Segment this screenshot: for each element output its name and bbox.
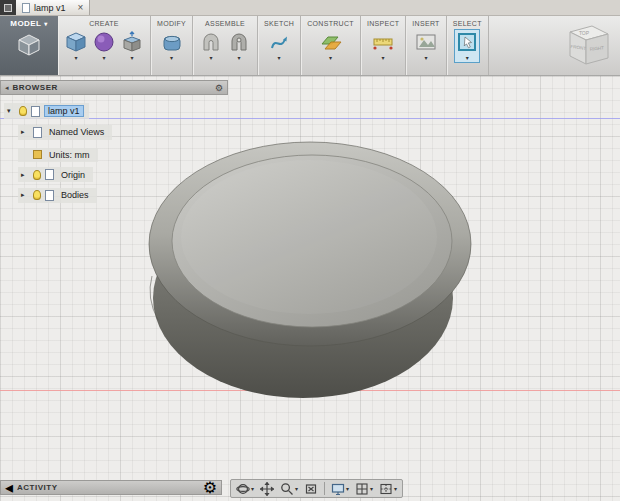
viewport-canvas[interactable]: ◂ BROWSER ⚙ ▾ lamp v1 ▸ xyxy=(0,76,620,501)
collapse-panel-icon[interactable]: ◂ xyxy=(5,478,13,497)
pan-icon[interactable] xyxy=(258,481,276,497)
view-cube[interactable]: TOP FRONT RIGHT xyxy=(554,18,616,80)
viewports-icon[interactable]: ▾ xyxy=(377,481,399,497)
chevron-down-icon: ▾ xyxy=(251,485,254,492)
chevron-down-icon: ▾ xyxy=(370,485,373,492)
units-icon xyxy=(33,150,42,159)
group-label: CONSTRUCT xyxy=(307,20,354,27)
chevron-down-icon: ▾ xyxy=(74,54,77,61)
toolbar-group-construct: CONSTRUCT ▾ xyxy=(301,16,361,75)
browser-item-label[interactable]: Named Views xyxy=(46,127,107,137)
activity-title: ACTIVITY xyxy=(17,483,199,492)
box-primitive-icon[interactable]: ▾ xyxy=(64,30,88,62)
tab-title: lamp v1 xyxy=(34,3,66,13)
zoom-icon[interactable]: ▾ xyxy=(278,481,300,497)
model-workspace-icon xyxy=(16,32,42,62)
orbit-icon[interactable]: ▾ xyxy=(234,481,256,497)
chevron-down-icon: ▾ xyxy=(382,54,385,61)
chevron-down-icon: ▾ xyxy=(102,54,105,61)
main-toolbar: MODEL ▾ CREATE xyxy=(0,16,620,76)
select-tool-icon[interactable]: ▾ xyxy=(455,30,479,62)
group-label: INSERT xyxy=(412,20,439,27)
display-settings-icon[interactable]: ▾ xyxy=(329,481,351,497)
logo-glyph xyxy=(4,4,12,12)
browser-item-label[interactable]: lamp v1 xyxy=(44,105,84,117)
component-icon xyxy=(31,106,40,117)
visibility-bulb-icon[interactable] xyxy=(33,190,41,200)
x-axis-line xyxy=(0,390,620,391)
browser-item-root[interactable]: ▾ lamp v1 xyxy=(4,103,89,119)
toolbar-group-sketch: SKETCH ▾ xyxy=(258,16,301,75)
browser-item-label[interactable]: Bodies xyxy=(58,190,92,200)
chevron-down-icon: ▾ xyxy=(394,485,397,492)
browser-panel: ◂ BROWSER ⚙ ▾ lamp v1 ▸ xyxy=(0,80,228,204)
browser-item-label[interactable]: Origin xyxy=(58,170,88,180)
group-label: SELECT xyxy=(453,20,482,27)
viewcube-top-label[interactable]: TOP xyxy=(579,30,590,36)
group-label: INSPECT xyxy=(367,20,399,27)
expand-arrow-icon[interactable]: ▸ xyxy=(21,128,29,136)
browser-item-named-views[interactable]: ▸ Named Views xyxy=(18,125,112,140)
activity-panel[interactable]: ◂ ACTIVITY ⚙ xyxy=(0,480,222,495)
chevron-down-icon: ▾ xyxy=(329,54,332,61)
document-tab[interactable]: lamp v1 × xyxy=(16,0,90,15)
chevron-down-icon: ▾ xyxy=(44,20,47,27)
chevron-down-icon: ▾ xyxy=(170,54,173,61)
fusion360-window: lamp v1 × MODEL ▾ CREATE xyxy=(0,0,620,501)
new-component-icon[interactable]: ▾ xyxy=(199,30,223,62)
workspace-label: MODEL xyxy=(10,19,41,28)
measure-icon[interactable]: ▾ xyxy=(371,30,395,62)
construction-plane-icon[interactable]: ▾ xyxy=(319,30,343,62)
chevron-down-icon: ▾ xyxy=(130,54,133,61)
toolbar-group-inspect: INSPECT ▾ xyxy=(361,16,406,75)
origin-folder-icon xyxy=(45,169,54,180)
toolbar-group-insert: INSERT ▾ xyxy=(406,16,446,75)
toolbar-group-select: SELECT ▾ xyxy=(447,16,489,75)
browser-tree: ▾ lamp v1 ▸ Named Views xyxy=(0,95,228,203)
tab-close-button[interactable]: × xyxy=(78,3,84,13)
group-label: SKETCH xyxy=(264,20,294,27)
visibility-bulb-icon[interactable] xyxy=(33,170,41,180)
group-label: ASSEMBLE xyxy=(205,20,245,27)
toolbar-group-create: CREATE ▾ ▾ xyxy=(58,16,151,75)
group-label: MODIFY xyxy=(157,20,186,27)
gear-icon[interactable]: ⚙ xyxy=(203,478,217,497)
expand-arrow-icon[interactable]: ▸ xyxy=(21,171,29,179)
browser-header[interactable]: ◂ BROWSER ⚙ xyxy=(0,80,228,95)
zoom-fit-icon[interactable] xyxy=(302,481,320,497)
toolbar-group-modify: MODIFY ▾ xyxy=(151,16,193,75)
navigation-toolbar: ▾ ▾ xyxy=(230,479,403,498)
browser-title: BROWSER xyxy=(13,83,211,92)
insert-image-icon[interactable]: ▾ xyxy=(414,30,438,62)
chevron-down-icon: ▾ xyxy=(466,54,469,61)
expand-arrow-icon[interactable]: ▸ xyxy=(21,191,29,199)
browser-item-label[interactable]: Units: mm xyxy=(46,150,93,160)
create-sketch-icon[interactable]: ▾ xyxy=(267,30,291,62)
chevron-down-icon: ▾ xyxy=(425,54,428,61)
chevron-down-icon: ▾ xyxy=(278,54,281,61)
bodies-folder-icon xyxy=(45,190,54,201)
browser-item-units[interactable]: Units: mm xyxy=(18,148,98,162)
browser-item-bodies[interactable]: ▸ Bodies xyxy=(18,188,97,203)
press-pull-icon[interactable]: ▾ xyxy=(160,30,184,62)
group-label: CREATE xyxy=(89,20,119,27)
chevron-down-icon: ▾ xyxy=(238,54,241,61)
form-sphere-icon[interactable]: ▾ xyxy=(92,30,116,62)
chevron-down-icon: ▾ xyxy=(210,54,213,61)
chevron-down-icon: ▾ xyxy=(346,485,349,492)
app-logo-icon[interactable] xyxy=(0,0,16,15)
browser-item-origin[interactable]: ▸ Origin xyxy=(18,167,93,182)
tab-bar: lamp v1 × xyxy=(0,0,620,16)
toolbar-separator xyxy=(324,482,325,495)
grid-settings-icon[interactable]: ▾ xyxy=(353,481,375,497)
chevron-down-icon: ▾ xyxy=(295,485,298,492)
extrude-icon[interactable]: ▾ xyxy=(120,30,144,62)
document-icon xyxy=(22,3,30,13)
expand-arrow-icon[interactable]: ▾ xyxy=(7,107,15,115)
joint-icon[interactable]: ▾ xyxy=(227,30,251,62)
workspace-switcher[interactable]: MODEL ▾ xyxy=(0,16,58,75)
visibility-bulb-icon[interactable] xyxy=(19,106,27,116)
toolbar-group-assemble: ASSEMBLE ▾ ▾ xyxy=(193,16,258,75)
collapse-panel-icon[interactable]: ◂ xyxy=(5,84,9,92)
gear-icon[interactable]: ⚙ xyxy=(215,83,223,93)
